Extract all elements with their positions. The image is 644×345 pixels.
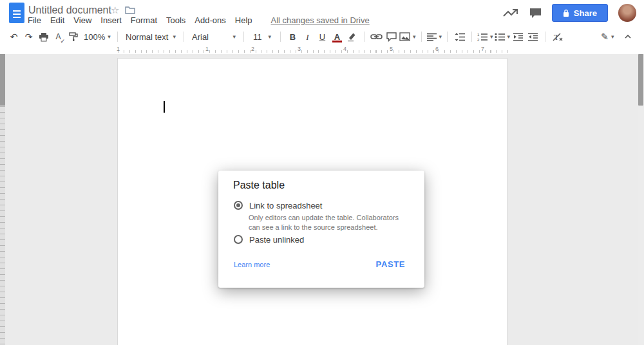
paragraph-style-select[interactable]: Normal text▾ (123, 30, 178, 44)
font-family-select[interactable]: Arial▾ (189, 30, 238, 44)
ruler-number: 1 (205, 46, 209, 52)
toolbar-divider (545, 32, 545, 42)
menu-help[interactable]: Help (231, 15, 257, 26)
dialog-title: Paste table (233, 180, 285, 191)
chevron-down-icon: ▾ (268, 33, 271, 40)
editing-mode-icon[interactable]: ✎ ▾ (601, 30, 614, 44)
svg-text:T: T (554, 32, 559, 41)
paint-format-icon[interactable] (66, 30, 80, 44)
see-new-changes-icon[interactable] (502, 8, 519, 18)
spellcheck-icon[interactable]: A ✓ (52, 30, 65, 44)
ruler-number: 7 (481, 46, 484, 52)
horizontal-ruler[interactable]: 1 1 2 3 4 5 6 7 (0, 45, 644, 54)
paste-button[interactable]: PASTE (372, 256, 409, 273)
ruler-number: 2 (251, 46, 254, 52)
menu-format[interactable]: Format (126, 15, 162, 26)
paste-table-dialog: Paste table Link to spreadsheet Only edi… (218, 171, 424, 288)
align-icon[interactable]: ▾ (427, 30, 442, 44)
move-folder-icon[interactable] (125, 6, 135, 14)
text-color-icon[interactable]: A (330, 30, 344, 44)
scrollbar-thumb[interactable] (638, 54, 643, 106)
underline-icon[interactable]: U (316, 30, 329, 44)
option-paste-unlinked[interactable]: Paste unlinked (234, 234, 304, 245)
chevron-down-icon: ▾ (490, 33, 493, 40)
share-button-label: Share (574, 8, 597, 18)
menubar: File Edit View Insert Format Tools Add-o… (23, 15, 370, 26)
topbar-right: Share (502, 3, 636, 23)
option-link-to-spreadsheet[interactable]: Link to spreadsheet (234, 200, 322, 211)
menu-tools[interactable]: Tools (162, 15, 190, 26)
insert-comment-icon[interactable] (384, 30, 398, 44)
user-avatar[interactable] (618, 4, 636, 22)
chevron-down-icon: ▾ (173, 33, 176, 40)
lock-icon (563, 9, 569, 17)
comments-icon[interactable] (529, 8, 542, 19)
google-docs-app: Untitled document ☆ File Edit View Inser… (0, 0, 644, 345)
text-cursor (164, 101, 165, 113)
toolbar: ↶ ↷ A ✓ 100%▾ Normal text▾ Arial▾ 11▾ B … (0, 28, 644, 45)
menu-file[interactable]: File (23, 15, 46, 26)
font-size-select[interactable]: 11▾ (249, 30, 275, 44)
toolbar-divider (447, 32, 448, 42)
save-status-link[interactable]: All changes saved in Drive (271, 15, 370, 25)
radio-unselected-icon[interactable] (234, 235, 243, 244)
clear-formatting-icon[interactable]: T (551, 30, 564, 44)
vertical-ruler[interactable] (0, 54, 5, 345)
toolbar-divider (471, 32, 472, 42)
bold-icon[interactable]: B (286, 30, 299, 44)
highlight-color-icon[interactable] (345, 30, 359, 44)
vertical-ruler-margin (0, 54, 5, 106)
ruler-number: 1 (117, 46, 120, 52)
zoom-select[interactable]: 100%▾ (81, 30, 112, 44)
toolbar-divider (243, 32, 244, 42)
toolbar-divider (421, 32, 422, 42)
option-label[interactable]: Paste unlinked (249, 234, 304, 245)
collapse-toolbar-icon[interactable] (621, 30, 634, 44)
undo-icon[interactable]: ↶ (7, 30, 21, 44)
ruler-number: 4 (343, 46, 346, 52)
docs-logo-lines (13, 10, 21, 19)
chevron-down-icon: ▾ (439, 33, 442, 40)
option-description: Only editors can update the table. Colla… (249, 213, 403, 232)
topbar: Untitled document ☆ File Edit View Inser… (0, 0, 644, 28)
svg-text:1: 1 (477, 33, 480, 37)
ruler-ticks (118, 50, 508, 53)
insert-link-icon[interactable] (370, 30, 383, 44)
ruler-number: 6 (435, 46, 439, 52)
toolbar-right: ✎ ▾ (600, 30, 638, 44)
svg-text:2: 2 (477, 38, 480, 41)
chevron-down-icon: ▾ (232, 33, 236, 40)
insert-image-icon[interactable]: ▾ (399, 30, 416, 44)
italic-icon[interactable]: I (301, 30, 314, 44)
vertical-scrollbar[interactable] (638, 54, 644, 345)
increase-indent-icon[interactable] (526, 30, 540, 44)
learn-more-link[interactable]: Learn more (234, 261, 270, 268)
menu-addons[interactable]: Add-ons (190, 15, 230, 26)
menu-edit[interactable]: Edit (46, 15, 69, 26)
docs-logo-icon[interactable] (9, 3, 24, 23)
radio-selected-icon[interactable] (234, 201, 243, 210)
numbered-list-icon[interactable]: 12 ▾ (477, 30, 493, 44)
menu-view[interactable]: View (69, 15, 96, 26)
chevron-down-icon: ▾ (413, 33, 416, 40)
option-label[interactable]: Link to spreadsheet (249, 200, 322, 211)
bulleted-list-icon[interactable]: ▾ (495, 30, 511, 44)
print-icon[interactable] (37, 30, 50, 44)
redo-icon[interactable]: ↷ (22, 30, 35, 44)
toolbar-divider (184, 32, 184, 42)
menu-insert[interactable]: Insert (96, 15, 126, 26)
ruler-number: 3 (298, 46, 301, 52)
share-button[interactable]: Share (552, 4, 608, 22)
chevron-down-icon: ▾ (507, 33, 511, 40)
toolbar-divider (364, 32, 365, 42)
chevron-down-icon: ▾ (108, 33, 111, 40)
line-spacing-icon[interactable] (453, 30, 466, 44)
toolbar-divider (280, 32, 281, 42)
chevron-down-icon: ▾ (611, 33, 614, 40)
ruler-number: 5 (390, 46, 393, 52)
decrease-indent-icon[interactable] (511, 30, 525, 44)
toolbar-divider (117, 32, 118, 42)
